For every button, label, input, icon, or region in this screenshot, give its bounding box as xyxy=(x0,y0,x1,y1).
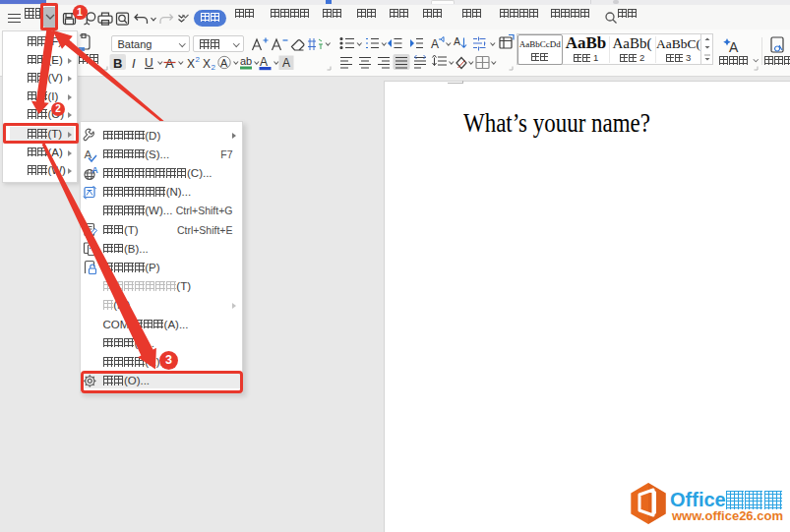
svg-text:A: A xyxy=(454,35,460,47)
svg-text:A: A xyxy=(729,39,739,55)
svg-text:A: A xyxy=(431,37,439,51)
svg-text:A: A xyxy=(260,55,268,69)
svg-text:A: A xyxy=(282,56,290,70)
